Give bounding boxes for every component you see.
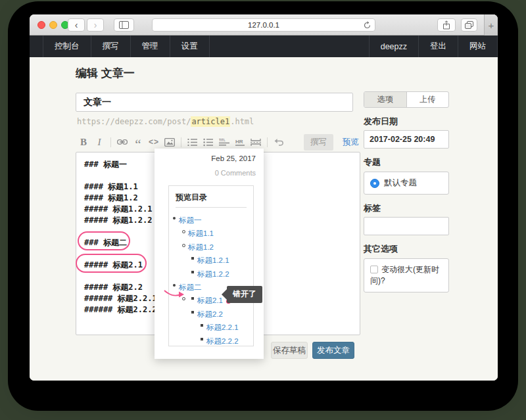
- post-title-input[interactable]: [76, 93, 353, 112]
- toolbar-separator: [267, 137, 268, 147]
- toolbar-separator: [110, 137, 111, 147]
- back-button[interactable]: ‹: [68, 18, 85, 32]
- close-window-button[interactable]: [37, 21, 45, 29]
- sidebar-toggle-button[interactable]: [114, 18, 134, 32]
- nav-item-website[interactable]: 网站: [458, 35, 498, 57]
- publish-button[interactable]: 发布文章: [312, 342, 354, 359]
- circle-bullet-icon: [182, 230, 185, 233]
- disc-bullet-icon: [173, 284, 176, 287]
- toc-link[interactable]: 标题1.2: [188, 243, 214, 251]
- major-change-checkbox[interactable]: [370, 266, 378, 273]
- address-bar[interactable]: 127.0.0.1: [152, 18, 375, 32]
- square-bullet-icon: [201, 324, 203, 327]
- square-bullet-icon: [191, 271, 194, 273]
- page-break-icon[interactable]: [248, 134, 264, 150]
- nav-item-manage[interactable]: 管理: [131, 35, 170, 57]
- annotation-arrow: [164, 289, 185, 299]
- toc-item: 标题1.2.2: [169, 266, 253, 279]
- annotation-circle-heading2: [78, 231, 130, 250]
- forward-button[interactable]: ›: [87, 18, 104, 32]
- quote-icon[interactable]: “: [130, 134, 146, 150]
- topic-radio-selected[interactable]: [370, 179, 379, 188]
- undo-icon[interactable]: [271, 134, 287, 150]
- toc-list: 标题一标题1.1标题1.2标题1.2.1标题1.2.2标题二标题2.1标题2.2…: [169, 212, 253, 346]
- nav-item-settings[interactable]: 设置: [170, 35, 210, 57]
- disc-bullet-icon: [173, 217, 176, 220]
- publish-date-label: 发布日期: [364, 116, 449, 128]
- nav-item-dashboard[interactable]: 控制台: [43, 35, 91, 57]
- toc-link[interactable]: 标题2.1: [197, 296, 223, 304]
- preview-date: Feb 25, 2017: [211, 154, 256, 162]
- code-icon[interactable]: <>: [146, 134, 162, 150]
- toc-link[interactable]: 标题2.2.1: [206, 323, 239, 331]
- toc-link[interactable]: 标题1.2.2: [197, 270, 229, 278]
- horizontal-rule-icon[interactable]: HR: [232, 134, 248, 150]
- tab-upload[interactable]: 上传: [406, 92, 449, 107]
- other-options-box: 变动很大(更新时间)?: [364, 258, 449, 292]
- ordered-list-icon[interactable]: [185, 134, 201, 150]
- toc-item: 标题1.2.1: [169, 252, 253, 265]
- toc-link[interactable]: 标题1.1: [188, 229, 214, 237]
- link-icon[interactable]: [114, 134, 130, 150]
- post-url-suffix: .html: [230, 117, 254, 126]
- post-url-preview: https://deepzz.com/post/article1.html: [77, 117, 254, 126]
- toc-divider: [176, 207, 247, 208]
- unordered-list-icon[interactable]: [201, 134, 216, 150]
- toc-link[interactable]: 标题2.2.2: [206, 337, 239, 345]
- back-icon: ‹: [75, 20, 78, 30]
- tab-overview-icon: [465, 21, 473, 29]
- address-url: 127.0.0.1: [248, 21, 279, 29]
- publish-date-input[interactable]: [364, 130, 449, 149]
- italic-icon[interactable]: I: [91, 134, 107, 150]
- minimize-window-button[interactable]: [49, 21, 57, 29]
- tab-options[interactable]: 选项: [364, 92, 406, 107]
- topic-label: 专题: [364, 156, 449, 168]
- tab-overview-button[interactable]: [461, 18, 477, 32]
- svg-text:HR: HR: [235, 139, 243, 145]
- share-button[interactable]: [437, 18, 456, 32]
- save-draft-button[interactable]: 保存草稿: [271, 342, 308, 359]
- square-bullet-icon: [201, 338, 203, 340]
- image-icon[interactable]: [162, 134, 178, 150]
- nav-item-logout[interactable]: 登出: [418, 35, 458, 57]
- annotation-circle-heading2-1: [76, 254, 147, 273]
- nav-item-write[interactable]: 撰写: [91, 35, 131, 57]
- toc-link[interactable]: 标题2.2: [197, 310, 223, 318]
- tab-write-mode[interactable]: 撰写: [304, 134, 333, 151]
- plus-icon: +: [489, 20, 494, 31]
- toc-link[interactable]: 标题1.2.1: [197, 256, 229, 264]
- settings-sidebar: 选项 上传 发布日期 专题 默认专题 标签 其它选项 变动很大(更新时间)?: [364, 91, 449, 292]
- preview-comments-count: 0 Comments: [215, 169, 256, 177]
- forward-icon: ›: [94, 20, 97, 30]
- toc-title: 预览目录: [169, 186, 253, 207]
- toc-link[interactable]: 标题一: [179, 216, 202, 224]
- share-icon: [442, 20, 450, 30]
- toc-item: 标题1.2: [169, 239, 253, 252]
- heading-icon[interactable]: TITL: [216, 134, 232, 150]
- mismatch-tooltip: 错开了: [227, 286, 262, 303]
- tags-label: 标签: [364, 202, 449, 214]
- toolbar-separator: [181, 137, 181, 147]
- bold-icon[interactable]: B: [76, 134, 91, 150]
- tags-input[interactable]: [364, 217, 449, 235]
- svg-text:TITL: TITL: [219, 138, 226, 141]
- nav-item-username[interactable]: deepzz: [369, 35, 418, 57]
- reload-icon[interactable]: [363, 21, 371, 30]
- browser-window: ‹ › 127.0.0.1: [30, 14, 498, 381]
- post-url-prefix: https://deepzz.com/post/: [77, 117, 191, 126]
- other-options-label: 其它选项: [364, 243, 449, 255]
- toc-item: 标题一: [169, 212, 253, 225]
- new-tab-button[interactable]: +: [484, 14, 498, 35]
- tab-preview-mode[interactable]: 预览: [343, 137, 359, 148]
- nav-spacer: [210, 35, 369, 57]
- sidebar-toggle-icon: [119, 21, 129, 29]
- square-bullet-icon: [191, 297, 194, 300]
- site-navbar: 控制台 撰写 管理 设置 deepzz 登出 网站: [30, 35, 498, 57]
- square-bullet-icon: [191, 257, 194, 260]
- major-change-label: 变动很大(更新时间)?: [370, 265, 439, 285]
- toc-item: 标题2.2.1: [169, 319, 253, 332]
- post-url-slug: article1: [191, 116, 230, 127]
- page-title: 编辑 文章一: [76, 66, 135, 81]
- toc-item: 标题2.2: [169, 306, 253, 319]
- square-bullet-icon: [191, 311, 194, 314]
